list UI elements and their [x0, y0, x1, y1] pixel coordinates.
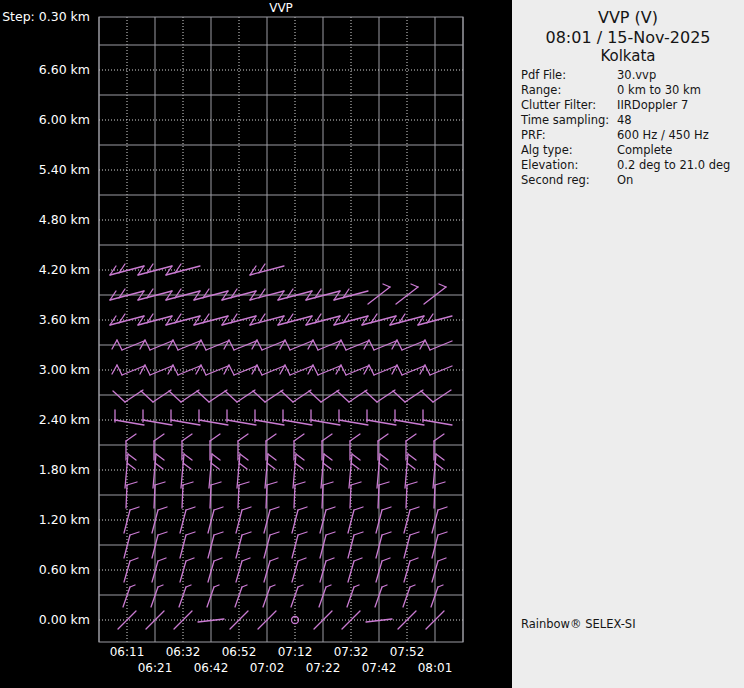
field-value: 48 [617, 113, 740, 128]
wind-barb [311, 420, 340, 425]
wind-barb [309, 391, 321, 402]
wind-barb [128, 454, 136, 460]
wind-barb [349, 390, 367, 402]
x-axis-tick-label: 07:52 [379, 645, 435, 660]
wind-barb [181, 390, 199, 402]
wind-profile-plot-area: VVP Step: 0.30 km 6.60 km6.00 km5.40 km4… [0, 0, 512, 688]
wind-barb [214, 585, 219, 587]
field-label: Time sampling: [521, 113, 617, 128]
field-value: IIRDoppler 7 [617, 98, 740, 113]
field-row: Pdf File:30.vvp [521, 68, 740, 83]
wind-barb [351, 482, 361, 485]
wind-barb [421, 391, 433, 402]
x-axis-tick-label: 06:21 [127, 661, 183, 676]
wind-barb [270, 507, 279, 510]
x-axis-tick-label: 07:42 [351, 661, 407, 676]
wind-barb [354, 585, 359, 587]
field-row: Alg type:Complete [521, 143, 740, 158]
wind-barb [211, 482, 221, 485]
wind-barb [265, 390, 283, 402]
wind-barb [410, 507, 419, 510]
wind-barb [379, 482, 389, 485]
x-axis-tick-label: 07:12 [267, 645, 323, 660]
wind-barb [408, 454, 416, 460]
field-value: 0.2 deg to 21.0 deg [617, 158, 740, 173]
wind-barb [115, 420, 144, 425]
wind-barb [438, 532, 447, 535]
wind-barb [393, 391, 405, 402]
wind-barb [382, 558, 390, 561]
wind-barb [153, 390, 171, 402]
wind-barb [423, 420, 452, 425]
wind-barb [186, 507, 195, 510]
wind-barb [295, 463, 303, 469]
wind-barb [183, 482, 193, 485]
wind-barb [229, 365, 234, 375]
wind-barb [379, 463, 387, 469]
field-label: Range: [521, 83, 617, 98]
wind-barb [298, 558, 306, 561]
wind-barb [199, 420, 228, 425]
wind-barb [171, 420, 200, 425]
wind-barb [268, 454, 276, 460]
wind-barb [395, 420, 424, 425]
wind-barb [377, 390, 395, 402]
wind-barb [407, 463, 415, 469]
x-axis-tick-label: 07:32 [323, 645, 379, 660]
x-axis-tick-label: 06:11 [99, 645, 155, 660]
wind-barb [354, 558, 362, 561]
wind-barb [236, 510, 242, 533]
wind-barb [270, 532, 279, 535]
wind-barb [383, 284, 390, 287]
wind-barb [382, 507, 391, 510]
wind-barb [126, 485, 127, 508]
wind-barb [227, 420, 256, 425]
wind-barb [281, 391, 293, 402]
wind-barb [352, 454, 360, 460]
field-label: Elevation: [521, 158, 617, 173]
wind-barb [270, 585, 275, 587]
wind-barb [351, 463, 359, 469]
wind-barb [410, 532, 419, 535]
wind-barb-chart [0, 0, 512, 688]
wind-barb [298, 585, 303, 587]
wind-barb [326, 507, 335, 510]
wind-barb [267, 463, 275, 469]
wind-barb [182, 485, 183, 508]
wind-barb [214, 532, 223, 535]
field-row: Clutter Filter:IIRDoppler 7 [521, 98, 740, 113]
field-label: Alg type: [521, 143, 617, 158]
wind-barb [404, 510, 410, 533]
wind-barb [130, 532, 139, 535]
wind-barb [293, 390, 311, 402]
wind-barb [113, 391, 125, 402]
wind-barb [183, 463, 191, 469]
wind-barb [410, 558, 418, 561]
wind-barb [438, 507, 447, 510]
wind-barb [242, 558, 250, 561]
wind-barb [239, 463, 247, 469]
wind-barb [158, 558, 166, 561]
wind-barb [143, 420, 172, 425]
wind-barb [411, 284, 418, 287]
wind-barb [438, 585, 443, 587]
wind-barb [124, 510, 130, 533]
wind-barb [130, 585, 135, 587]
wind-barb [184, 454, 192, 460]
field-value: On [617, 173, 740, 188]
wind-barb [436, 454, 444, 460]
scan-parameter-fields: Pdf File:30.vvpRange:0 km to 30 kmClutte… [512, 68, 744, 188]
wind-barb [380, 454, 388, 460]
wind-barb [283, 420, 312, 425]
vvp-window: VVP Step: 0.30 km 6.60 km6.00 km5.40 km4… [0, 0, 744, 688]
wind-barb [130, 558, 138, 561]
wind-barb [214, 507, 223, 510]
wind-barb [354, 532, 363, 535]
wind-barb [294, 485, 295, 508]
wind-barb [382, 585, 387, 587]
x-axis-tick-label: 08:01 [407, 661, 463, 676]
wind-barb [405, 390, 423, 402]
wind-barb [397, 365, 402, 375]
wind-barb [298, 532, 307, 535]
panel-datetime: 08:01 / 15-Nov-2025 [512, 28, 744, 47]
